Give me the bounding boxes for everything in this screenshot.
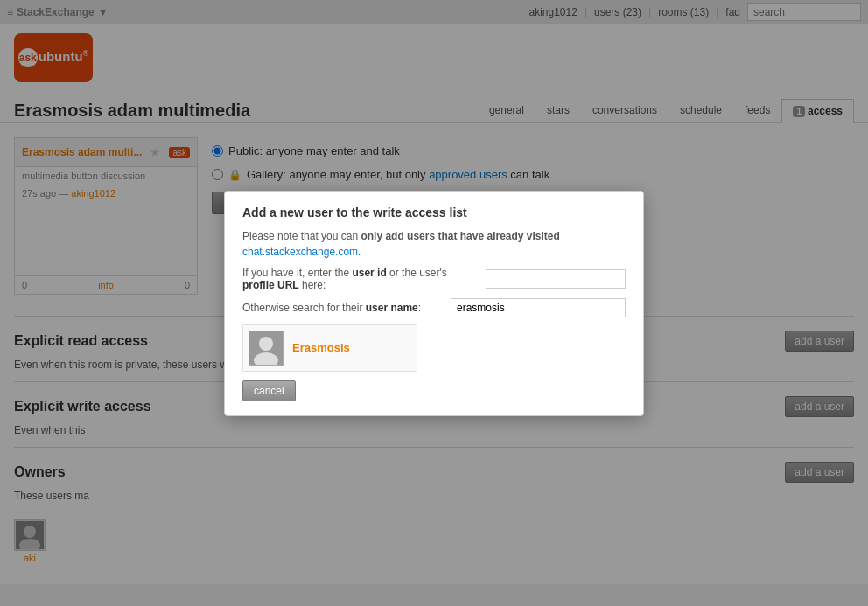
result-name: Erasmosis	[292, 341, 350, 354]
note1-suffix: .	[358, 246, 360, 258]
modal-field-search: Otherwise search for their user name: er…	[242, 298, 626, 317]
field1-label: If you have it, enter the user id or the…	[242, 267, 479, 291]
note1-highlight: only add users that have already visited	[360, 230, 559, 242]
note1-pre: Please note that you can	[242, 230, 360, 242]
svg-point-4	[259, 337, 273, 351]
field2-label: Otherwise search for their user name:	[242, 302, 444, 314]
field2-pre: Otherwise search for their	[242, 302, 366, 314]
field2-bold: user name	[366, 302, 418, 314]
search-results: Erasmosis	[242, 324, 626, 372]
field1-bold2: profile URL	[242, 279, 299, 291]
modal-note1: Please note that you can only add users …	[242, 228, 626, 260]
field1-bold1: user id	[352, 267, 386, 279]
modal-field-id: If you have it, enter the user id or the…	[242, 267, 626, 291]
cancel-button[interactable]: cancel	[242, 380, 296, 401]
field1-pre: If you have it, enter the	[242, 267, 352, 279]
result-avatar	[248, 331, 284, 366]
field1-mid: or the user's	[387, 267, 447, 279]
user-id-input[interactable]	[486, 269, 626, 289]
chat-link[interactable]: chat.stackexchange.com	[242, 246, 358, 258]
field2-post: :	[418, 302, 421, 314]
modal-overlay: Add a new user to the write access list …	[0, 0, 868, 584]
username-search-input[interactable]: erasmosis	[451, 298, 626, 317]
field1-post: here:	[299, 279, 326, 291]
search-result-erasmosis[interactable]: Erasmosis	[242, 324, 417, 372]
modal-title: Add a new user to the write access list	[242, 205, 626, 219]
modal: Add a new user to the write access list …	[224, 191, 644, 416]
